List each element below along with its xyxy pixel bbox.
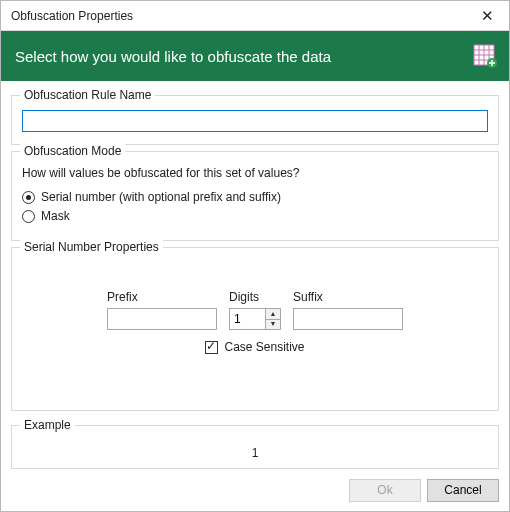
prefix-label: Prefix bbox=[107, 290, 217, 304]
table-add-icon bbox=[473, 44, 497, 68]
radio-serial-label: Serial number (with optional prefix and … bbox=[41, 190, 281, 204]
digits-label: Digits bbox=[229, 290, 281, 304]
mode-group: Obfuscation Mode How will values be obfu… bbox=[11, 151, 499, 241]
rule-name-legend: Obfuscation Rule Name bbox=[20, 88, 155, 102]
prefix-field: Prefix bbox=[107, 290, 217, 330]
prefix-input[interactable] bbox=[107, 308, 217, 330]
digits-spinner: ▲ ▼ bbox=[229, 308, 281, 330]
dialog-body: Obfuscation Rule Name Obfuscation Mode H… bbox=[1, 81, 509, 469]
case-sensitive-row[interactable]: Case Sensitive bbox=[30, 340, 480, 354]
radio-serial[interactable] bbox=[22, 191, 35, 204]
header-bar: Select how you would like to obfuscate t… bbox=[1, 31, 509, 81]
rule-name-input[interactable] bbox=[22, 110, 488, 132]
example-legend: Example bbox=[20, 418, 75, 432]
example-group: Example 1 bbox=[11, 425, 499, 469]
mode-legend: Obfuscation Mode bbox=[20, 144, 125, 158]
radio-mask-label: Mask bbox=[41, 209, 70, 223]
radio-mask-row[interactable]: Mask bbox=[22, 209, 488, 223]
case-sensitive-checkbox[interactable] bbox=[205, 341, 218, 354]
radio-serial-row[interactable]: Serial number (with optional prefix and … bbox=[22, 190, 488, 204]
rule-name-group: Obfuscation Rule Name bbox=[11, 95, 499, 145]
window-title: Obfuscation Properties bbox=[11, 9, 465, 23]
suffix-label: Suffix bbox=[293, 290, 403, 304]
cancel-button[interactable]: Cancel bbox=[427, 479, 499, 502]
case-sensitive-label: Case Sensitive bbox=[224, 340, 304, 354]
spin-buttons: ▲ ▼ bbox=[265, 308, 281, 330]
header-subtitle: Select how you would like to obfuscate t… bbox=[15, 48, 473, 65]
dialog-footer: Ok Cancel bbox=[1, 469, 509, 511]
mode-question: How will values be obfuscated for this s… bbox=[22, 166, 488, 180]
serial-fields-row: Prefix Digits ▲ ▼ bbox=[30, 290, 480, 330]
suffix-field: Suffix bbox=[293, 290, 403, 330]
serial-body: Prefix Digits ▲ ▼ bbox=[22, 262, 488, 362]
digits-input[interactable] bbox=[229, 308, 265, 330]
serial-legend: Serial Number Properties bbox=[20, 240, 163, 254]
digits-down-button[interactable]: ▼ bbox=[266, 320, 280, 330]
example-value: 1 bbox=[22, 440, 488, 462]
serial-properties-group: Serial Number Properties Prefix Digits ▲ bbox=[11, 247, 499, 411]
dialog-window: Obfuscation Properties ✕ Select how you … bbox=[0, 0, 510, 512]
suffix-input[interactable] bbox=[293, 308, 403, 330]
digits-up-button[interactable]: ▲ bbox=[266, 309, 280, 320]
ok-button[interactable]: Ok bbox=[349, 479, 421, 502]
close-button[interactable]: ✕ bbox=[465, 1, 509, 31]
titlebar: Obfuscation Properties ✕ bbox=[1, 1, 509, 31]
radio-mask[interactable] bbox=[22, 210, 35, 223]
close-icon: ✕ bbox=[481, 7, 494, 25]
digits-field: Digits ▲ ▼ bbox=[229, 290, 281, 330]
